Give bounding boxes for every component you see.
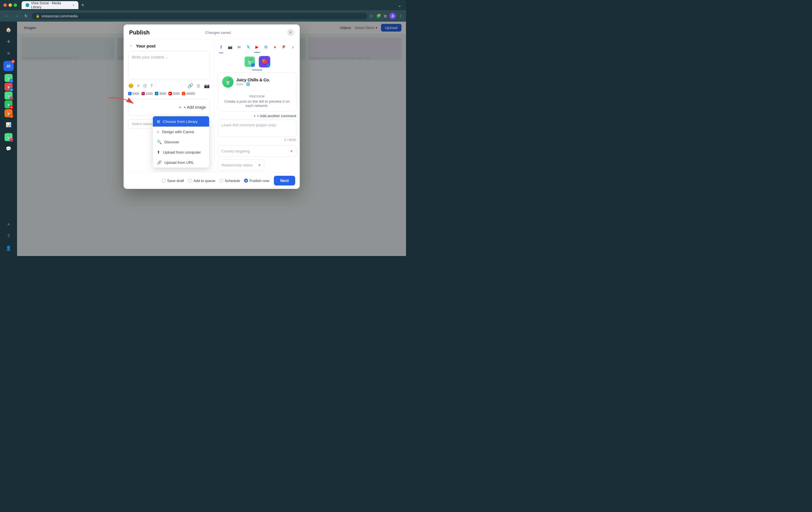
- browser-tab-active[interactable]: Vista Social - Media Library ×: [22, 1, 79, 9]
- profile-tab-1[interactable]: 🥤 f: [244, 56, 255, 68]
- discover-icon: 🔍: [157, 140, 162, 144]
- sidebar-plus-icon[interactable]: ＋: [4, 220, 13, 229]
- post-content-area[interactable]: Write your content ...: [128, 51, 210, 79]
- sidebar-filter-icon[interactable]: ≡: [4, 49, 13, 58]
- modal-header: Publish Changes saved. ×: [124, 24, 300, 39]
- extensions-icon[interactable]: 🧩: [376, 14, 381, 18]
- close-window-button[interactable]: [3, 3, 7, 7]
- li-badge-1: in: [10, 88, 13, 91]
- mention-button[interactable]: @: [143, 83, 147, 88]
- char-counts: f 5000 📷 2200 in 3000: [124, 91, 214, 98]
- country-targeting-dropdown[interactable]: Country targeting ▾: [218, 145, 296, 157]
- minimize-window-button[interactable]: [8, 3, 12, 7]
- relationship-status-chevron: ▾: [258, 162, 261, 168]
- ig-char-count: 📷 2200: [142, 92, 152, 95]
- upload-icon: ⬆: [157, 150, 160, 155]
- design-with-canva-item[interactable]: ○ Design with Canva: [153, 127, 209, 137]
- profile-icon-1[interactable]: 🥤 f: [4, 74, 12, 82]
- brand-meta: Now · 🌐: [236, 82, 270, 86]
- tab-instagram[interactable]: 📷: [228, 43, 232, 51]
- profile-icon-3[interactable]: 🥤 📷: [4, 91, 12, 100]
- split-view-icon[interactable]: ⧉: [384, 14, 387, 19]
- publish-options: Save draft Add to queue Schedule Pu: [162, 179, 269, 183]
- tab-google[interactable]: G: [264, 43, 268, 51]
- emoji-button[interactable]: 😊: [128, 83, 134, 88]
- profile-icon-6[interactable]: 🥤 📷: [4, 133, 12, 141]
- publish-modal: Publish Changes saved. × › Your post Wri…: [124, 24, 300, 189]
- profile-tab-2[interactable]: 🍓 f: [259, 56, 270, 68]
- upload-from-computer-item[interactable]: ⬆ Upload from computer: [153, 147, 209, 157]
- tab-linkedin[interactable]: in: [237, 43, 241, 51]
- grid-button[interactable]: ⊞: [197, 83, 200, 88]
- add-to-queue-option[interactable]: Add to queue: [188, 179, 215, 183]
- social-tabs: f 📷 in 𝕏 ▶ G ● P ♪: [214, 39, 300, 51]
- sidebar-send-icon[interactable]: ✈: [4, 37, 13, 46]
- modal-footer: Save draft Add to queue Schedule Pu: [124, 172, 300, 189]
- text-button[interactable]: T: [150, 83, 153, 88]
- ig-badge-1: 📷: [10, 97, 13, 100]
- tab-bar: Vista Social - Media Library × +: [22, 1, 396, 9]
- new-tab-button[interactable]: +: [80, 2, 86, 8]
- schedule-option[interactable]: Schedule: [219, 179, 240, 183]
- collapse-button[interactable]: ›: [128, 43, 134, 49]
- preview-hint: Create a post on the left to preview it …: [222, 99, 292, 108]
- tab-tiktok[interactable]: ♪: [291, 43, 295, 51]
- publish-now-option[interactable]: Publish now: [244, 179, 269, 183]
- add-image-button[interactable]: + + Add image: [179, 105, 206, 109]
- choose-from-library-item[interactable]: ⊞ Choose from Library: [153, 116, 209, 127]
- link-button[interactable]: 🔗: [187, 83, 193, 88]
- upload-from-url-item[interactable]: 🔗 Upload from URL: [153, 157, 209, 167]
- add-image-icon: +: [179, 105, 181, 109]
- user-avatar[interactable]: A: [389, 13, 396, 19]
- sidebar-home-icon[interactable]: 🏠: [4, 25, 13, 34]
- add-image-dropdown: ⊞ Choose from Library ○ Design with Canv…: [152, 116, 209, 168]
- tab-favicon: [26, 3, 29, 7]
- tab-twitter[interactable]: 𝕏: [246, 43, 251, 51]
- discover-item[interactable]: 🔍 Discover: [153, 137, 209, 147]
- forward-button[interactable]: →: [13, 13, 21, 19]
- tab-youtube[interactable]: ▶: [255, 43, 259, 51]
- bookmark-icon[interactable]: ☆: [370, 14, 373, 18]
- url-icon: 🔗: [157, 160, 162, 165]
- yt-badge-1: ▶: [10, 106, 13, 109]
- sidebar-help-icon[interactable]: ？: [4, 232, 13, 241]
- next-button[interactable]: Next: [274, 176, 295, 185]
- ig-badge-2: 📷: [10, 138, 13, 142]
- tab-close-button[interactable]: ×: [73, 3, 75, 7]
- sidebar-user-icon[interactable]: 👤: [4, 243, 13, 252]
- tab-pinterest[interactable]: P: [282, 43, 286, 51]
- add-another-comment-button[interactable]: + + Add another comment: [218, 114, 296, 118]
- hashtag-button[interactable]: #: [137, 83, 140, 88]
- save-draft-radio[interactable]: [162, 179, 166, 183]
- address-bar[interactable]: 🔒 vistasocial.com/media: [32, 13, 367, 19]
- rd-char-count: ● 40000: [182, 92, 195, 95]
- back-button[interactable]: ←: [3, 13, 11, 19]
- modal-close-button[interactable]: ×: [287, 29, 294, 36]
- page-body: 🏠 ✈ ≡ JC 6 🥤 f 🥤 in 🥤 📷 🥤 ▶: [0, 22, 406, 256]
- profile-icon-2[interactable]: 🥤 in: [4, 83, 12, 91]
- browser-nav: ← → ↻ 🔒 vistasocial.com/media ☆ 🧩 ⧉ A ⋮: [0, 10, 406, 22]
- first-comment-input[interactable]: Leave first comment (pages only): [218, 120, 296, 137]
- tab-reddit[interactable]: ●: [273, 43, 277, 51]
- sidebar-analytics-icon[interactable]: 📊: [4, 120, 13, 129]
- profile-icon-5[interactable]: 🥤 ●: [4, 109, 12, 117]
- profile-icon-4[interactable]: 🥤 ▶: [4, 101, 12, 108]
- add-to-queue-radio[interactable]: [188, 179, 192, 183]
- rd-badge-1: ●: [10, 114, 13, 118]
- modal-title: Publish: [129, 29, 150, 36]
- toolbar-left: 😊 # @ T: [128, 83, 153, 88]
- schedule-radio[interactable]: [219, 179, 223, 183]
- refresh-button[interactable]: ↻: [23, 13, 30, 19]
- window-controls: ⌄: [398, 3, 403, 8]
- maximize-window-button[interactable]: [13, 3, 17, 7]
- sidebar-user-avatar[interactable]: JC 6: [3, 61, 13, 71]
- publish-now-radio[interactable]: [244, 179, 248, 183]
- relationship-status-dropdown[interactable]: Relationship status ▾: [218, 159, 264, 171]
- menu-icon[interactable]: ⋮: [399, 14, 403, 18]
- country-targeting-label: Country targeting: [222, 149, 250, 153]
- camera-button[interactable]: 📷: [204, 83, 210, 88]
- sidebar-messages-icon[interactable]: 💬: [4, 144, 13, 153]
- save-draft-option[interactable]: Save draft: [162, 179, 184, 183]
- panel-header: › Your post: [124, 39, 214, 51]
- tab-facebook[interactable]: f: [219, 43, 224, 51]
